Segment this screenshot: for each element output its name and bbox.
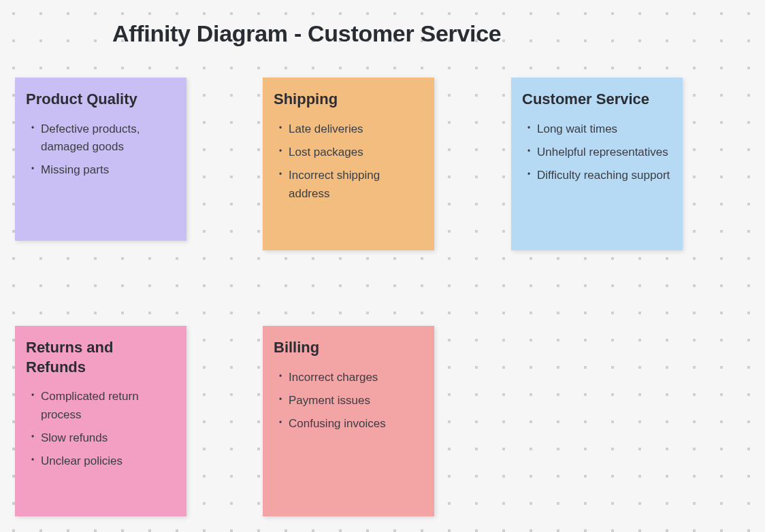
card-title: Billing xyxy=(274,338,423,358)
card-item: Difficulty reaching support xyxy=(537,167,672,184)
card-returns-refunds[interactable]: Returns and Refunds Complicated return p… xyxy=(15,326,186,516)
card-item: Incorrect charges xyxy=(289,369,423,386)
card-item: Slow refunds xyxy=(41,429,176,447)
card-billing[interactable]: Billing Incorrect charges Payment issues… xyxy=(263,326,434,516)
card-title: Returns and Refunds xyxy=(26,338,176,377)
card-items: Incorrect charges Payment issues Confusi… xyxy=(274,369,423,433)
card-item: Long wait times xyxy=(537,120,672,138)
card-item: Late deliveries xyxy=(289,120,423,138)
affinity-canvas[interactable]: Affinity Diagram - Customer Service Prod… xyxy=(0,0,765,532)
card-item: Defective products, damaged goods xyxy=(41,120,176,156)
card-items: Defective products, damaged goods Missin… xyxy=(26,120,176,180)
card-title: Product Quality xyxy=(26,90,176,110)
card-item: Missing parts xyxy=(41,161,176,179)
card-title: Customer Service xyxy=(522,90,672,110)
card-item: Unclear policies xyxy=(41,452,176,470)
card-item: Payment issues xyxy=(289,392,423,410)
card-item: Confusing invoices xyxy=(289,415,423,433)
card-product-quality[interactable]: Product Quality Defective products, dama… xyxy=(15,78,186,241)
card-items: Complicated return process Slow refunds … xyxy=(26,388,176,470)
diagram-title: Affinity Diagram - Customer Service xyxy=(112,20,501,47)
card-item: Unhelpful representatives xyxy=(537,144,672,161)
card-item: Lost packages xyxy=(289,144,423,161)
card-items: Long wait times Unhelpful representative… xyxy=(522,120,672,185)
card-items: Late deliveries Lost packages Incorrect … xyxy=(274,120,423,203)
card-customer-service[interactable]: Customer Service Long wait times Unhelpf… xyxy=(511,78,683,250)
card-item: Incorrect shipping address xyxy=(289,167,423,203)
card-title: Shipping xyxy=(274,90,423,110)
card-shipping[interactable]: Shipping Late deliveries Lost packages I… xyxy=(263,78,434,250)
card-item: Complicated return process xyxy=(41,388,176,424)
